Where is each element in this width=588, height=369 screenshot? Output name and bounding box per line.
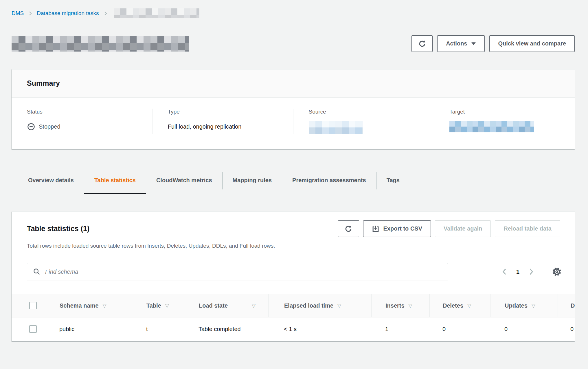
summary-col-status: Status Stopped: [12, 109, 152, 134]
tab-label: Mapping rules: [233, 177, 272, 183]
sort-icon: ▽: [532, 303, 535, 309]
column-label: Updates: [505, 302, 528, 309]
tab-cloudwatch-metrics[interactable]: CloudWatch metrics: [146, 171, 222, 194]
table-statistics-description: Total rows include loaded source table r…: [27, 243, 559, 249]
column-header-inserts[interactable]: Inserts ▽: [371, 294, 429, 317]
summary-col-source: Source: [293, 109, 434, 134]
table-refresh-button[interactable]: [338, 220, 359, 237]
reload-table-data-button: Reload table data: [495, 220, 560, 237]
search-input[interactable]: [45, 268, 442, 275]
source-value: [309, 121, 425, 134]
next-page-button[interactable]: [528, 268, 534, 275]
sort-icon: ▽: [252, 303, 256, 309]
schema-search: [27, 263, 448, 280]
column-header-elapsed-load-time[interactable]: Elapsed load time ▽: [268, 294, 371, 317]
tab-premigration-assessments[interactable]: Premigration assessments: [282, 171, 376, 194]
actions-button[interactable]: Actions: [437, 35, 485, 52]
target-value: [449, 121, 566, 132]
breadcrumb-link-dms[interactable]: DMS: [12, 10, 24, 17]
breadcrumb-current-redacted: [114, 8, 199, 18]
table-toolbar: 1: [27, 263, 562, 280]
quick-view-compare-label: Quick view and compare: [498, 40, 566, 47]
preferences-button[interactable]: [552, 266, 562, 277]
tab-label: Tags: [387, 177, 400, 183]
refresh-icon: [418, 39, 427, 48]
cell-table: t: [134, 317, 180, 341]
gear-icon: [552, 266, 562, 277]
row-select-cell: [12, 317, 48, 341]
cell-schema-name: public: [48, 317, 134, 341]
table-header-row: Schema name ▽ Table ▽ Load state ▽ Elaps…: [12, 294, 575, 317]
select-all-cell: [12, 294, 48, 317]
tab-table-statistics[interactable]: Table statistics: [84, 171, 146, 194]
stopped-icon: [27, 123, 35, 131]
sort-icon: ▽: [103, 303, 106, 309]
source-value-redacted: [309, 121, 363, 134]
breadcrumb-link-tasks[interactable]: Database migration tasks: [37, 10, 99, 17]
column-label: Load state: [199, 302, 228, 309]
column-header-load-state[interactable]: Load state ▽: [180, 294, 268, 317]
target-value-redacted: [449, 121, 534, 132]
search-icon: [33, 268, 41, 275]
table-statistics-actions: Export to CSV Validate again Reload tabl…: [338, 220, 560, 237]
type-label: Type: [168, 109, 284, 115]
refresh-button[interactable]: [411, 35, 433, 52]
cell-updates: 0: [490, 317, 558, 341]
select-all-checkbox[interactable]: [29, 302, 37, 309]
sort-icon: ▽: [409, 303, 412, 309]
status-value: Stopped: [27, 121, 144, 132]
table-statistics-table: Schema name ▽ Table ▽ Load state ▽ Elaps…: [12, 294, 575, 341]
column-header-updates[interactable]: Updates ▽: [490, 294, 558, 317]
caret-down-icon: [471, 42, 476, 45]
download-icon: [372, 225, 379, 233]
row-checkbox[interactable]: [29, 325, 37, 333]
dms-task-page: DMS Database migration tasks Actions Qui…: [0, 0, 588, 341]
page-header: Actions Quick view and compare: [12, 35, 575, 52]
column-label: Inserts: [385, 302, 405, 309]
table-statistics-title: Table statistics (1): [27, 224, 89, 233]
validate-again-label: Validate again: [444, 225, 482, 232]
table-statistics-header: Table statistics (1) Export to CSV: [12, 220, 575, 237]
toolbar-divider: [544, 265, 544, 279]
tab-label: CloudWatch metrics: [156, 177, 212, 183]
breadcrumb: DMS Database migration tasks: [12, 8, 575, 19]
table-row: public t Table completed < 1 s 1 0 0 0: [12, 317, 575, 341]
tab-label: Premigration assessments: [292, 177, 366, 183]
sort-icon: ▽: [467, 303, 471, 309]
chevron-right-icon: [528, 268, 534, 275]
quick-view-compare-button[interactable]: Quick view and compare: [489, 35, 575, 52]
table-statistics-panel: Table statistics (1) Export to CSV: [12, 211, 575, 341]
tab-mapping-rules[interactable]: Mapping rules: [223, 171, 282, 194]
tab-overview-details[interactable]: Overview details: [18, 171, 84, 194]
page-title-redacted: [12, 36, 189, 52]
export-csv-button[interactable]: Export to CSV: [363, 220, 431, 237]
current-page: 1: [516, 268, 519, 275]
tab-tags[interactable]: Tags: [376, 171, 410, 194]
pagination: 1: [501, 268, 534, 275]
column-header-deletes[interactable]: Deletes ▽: [429, 294, 490, 317]
chevron-right-icon: [28, 11, 33, 16]
summary-col-target: Target: [434, 109, 575, 134]
column-header-ddls-clipped[interactable]: D: [558, 294, 575, 317]
reload-table-data-label: Reload table data: [504, 225, 552, 232]
summary-col-type: Type Full load, ongoing replication: [152, 109, 293, 134]
target-label: Target: [449, 109, 566, 115]
refresh-icon: [344, 224, 353, 233]
chevron-left-icon: [501, 268, 508, 275]
column-label: Schema name: [60, 302, 99, 309]
column-label: Table: [146, 302, 161, 309]
chevron-right-icon: [103, 11, 108, 16]
task-tabs: Overview details Table statistics CloudW…: [12, 171, 575, 194]
cell-ddls-clipped: 0: [558, 317, 575, 341]
column-header-table[interactable]: Table ▽: [134, 294, 180, 317]
tab-label: Overview details: [28, 177, 74, 183]
column-header-schema-name[interactable]: Schema name ▽: [48, 294, 134, 317]
column-label: Elapsed load time: [284, 302, 333, 309]
tab-label: Table statistics: [94, 177, 136, 183]
status-text: Stopped: [39, 123, 60, 130]
cell-elapsed-load-time: < 1 s: [268, 317, 371, 341]
previous-page-button[interactable]: [501, 268, 508, 275]
sort-icon: ▽: [165, 303, 169, 309]
actions-button-label: Actions: [446, 40, 467, 47]
column-label: D: [571, 302, 575, 309]
